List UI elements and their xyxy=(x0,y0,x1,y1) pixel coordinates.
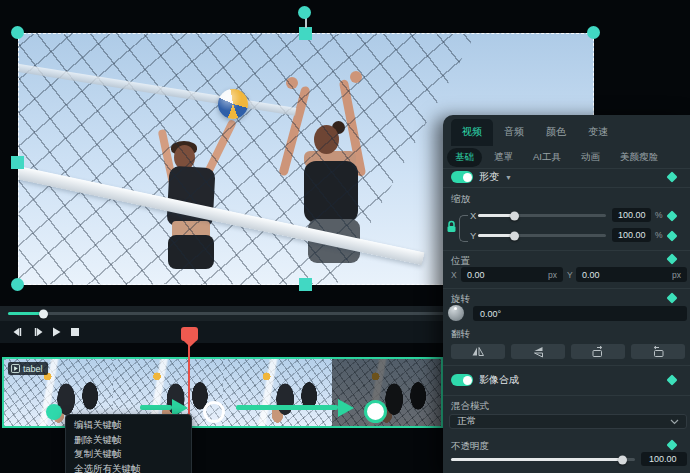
scale-x-slider-handle[interactable] xyxy=(510,211,519,220)
keyframe-motion-arrow xyxy=(140,405,172,410)
scale-link-bracket xyxy=(459,215,468,242)
subtab-mask[interactable]: 遮罩 xyxy=(486,148,521,167)
rotate-clockwise-icon xyxy=(651,346,665,358)
scale-x-keyframe-button[interactable] xyxy=(666,210,677,221)
blend-mode-value: 正常 xyxy=(457,415,476,428)
next-frame-button[interactable] xyxy=(30,324,48,340)
rotation-handle-stem xyxy=(305,18,307,28)
menu-item-edit-keyframe[interactable]: 编辑关键帧 xyxy=(66,418,191,433)
transform-toggle[interactable] xyxy=(451,171,473,183)
clip-label-badge: tabel xyxy=(8,362,48,375)
rotate-label: 旋转 xyxy=(451,293,470,306)
subtab-basic[interactable]: 基础 xyxy=(447,148,482,167)
opacity-slider[interactable] xyxy=(451,458,635,461)
flip-vertical-icon xyxy=(533,346,544,358)
opacity-label: 不透明度 xyxy=(451,440,489,453)
scale-x-slider-fill xyxy=(478,214,514,217)
panel-subtab-bar: 基础 遮罩 AI工具 动画 美颜瘦脸 xyxy=(447,148,666,167)
scale-y-value-field[interactable]: 100.00 xyxy=(612,228,651,242)
rotate-counterclockwise-button[interactable] xyxy=(571,344,625,359)
seek-handle[interactable] xyxy=(39,309,48,318)
previous-frame-icon xyxy=(11,327,22,337)
menu-item-delete-keyframe[interactable]: 删除关键帧 xyxy=(66,433,191,448)
flip-horizontal-button[interactable] xyxy=(451,344,505,359)
transform-keyframe-button[interactable] xyxy=(666,171,677,182)
clip-label: tabel xyxy=(23,364,43,374)
divider xyxy=(443,288,690,289)
keyframe-context-menu: 编辑关键帧 删除关键帧 复制关键帧 全选所有关键帧 xyxy=(65,414,192,473)
position-y-field[interactable]: 0.00px xyxy=(576,267,687,282)
seek-progress xyxy=(8,312,43,315)
rotate-counterclockwise-icon xyxy=(591,346,605,358)
rotate-keyframe-button[interactable] xyxy=(666,292,677,303)
subtab-animation[interactable]: 动画 xyxy=(573,148,608,167)
app-window: tabel 编辑关键帧 删除关键帧 复制关键帧 全选所有关键帧 视频 音频 颜色… xyxy=(0,0,690,473)
keyframe-motion-arrow-head xyxy=(338,399,354,417)
selection-handle-top-center[interactable] xyxy=(299,27,312,40)
opacity-slider-handle[interactable] xyxy=(618,455,627,464)
scale-y-slider[interactable] xyxy=(478,234,606,237)
opacity-value-field[interactable]: 100.00 xyxy=(641,452,687,466)
scale-y-unit: % xyxy=(655,230,663,240)
opacity-slider-fill xyxy=(451,458,622,461)
opacity-keyframe-button[interactable] xyxy=(666,439,677,450)
selection-handle-top-right[interactable] xyxy=(587,26,600,39)
chevron-down-icon[interactable]: ▼ xyxy=(505,174,512,181)
lock-icon[interactable] xyxy=(446,220,457,233)
properties-panel: 视频 音频 颜色 变速 基础 遮罩 AI工具 动画 美颜瘦脸 形变 ▼ 缩放 xyxy=(443,115,690,473)
tab-video[interactable]: 视频 xyxy=(451,119,493,146)
flip-label: 翻转 xyxy=(451,328,470,341)
tab-audio[interactable]: 音频 xyxy=(493,119,535,146)
transform-row: 形变 ▼ xyxy=(451,169,512,185)
position-y-label: Y xyxy=(567,270,573,280)
rotate-clockwise-button[interactable] xyxy=(631,344,685,359)
rotate-dial[interactable] xyxy=(448,305,464,321)
scale-y-keyframe-button[interactable] xyxy=(666,230,677,241)
playhead-handle[interactable] xyxy=(181,327,198,341)
menu-item-copy-keyframe[interactable]: 复制关键帧 xyxy=(66,447,191,462)
tab-speed[interactable]: 变速 xyxy=(577,119,619,146)
scale-x-label: X xyxy=(470,210,476,221)
selection-handle-top-left[interactable] xyxy=(11,26,24,39)
blend-mode-label: 混合模式 xyxy=(451,400,489,413)
keyframe-motion-arrow xyxy=(236,405,338,410)
keyframe-marker-hollow[interactable] xyxy=(203,401,225,423)
compositing-toggle[interactable] xyxy=(451,374,473,386)
rotate-value-field[interactable]: 0.00° xyxy=(473,306,687,321)
compositing-label: 影像合成 xyxy=(479,373,519,387)
menu-item-select-all-keyframes[interactable]: 全选所有关键帧 xyxy=(66,462,191,473)
blend-mode-dropdown[interactable]: 正常 xyxy=(449,414,687,429)
scale-y-label: Y xyxy=(470,230,476,241)
position-keyframe-button[interactable] xyxy=(666,253,677,264)
stop-icon xyxy=(71,328,79,336)
position-x-field[interactable]: 0.00px xyxy=(461,267,563,282)
scale-label: 缩放 xyxy=(451,193,470,206)
play-icon xyxy=(52,327,61,337)
stop-button[interactable] xyxy=(66,324,84,340)
scale-x-value-field[interactable]: 100.00 xyxy=(612,208,651,222)
flip-vertical-button[interactable] xyxy=(511,344,565,359)
keyframe-marker-selected[interactable] xyxy=(364,400,387,423)
previous-frame-button[interactable] xyxy=(7,324,25,340)
subtab-ai-tools[interactable]: AI工具 xyxy=(525,148,569,167)
play-button[interactable] xyxy=(47,324,65,340)
subtab-beauty[interactable]: 美颜瘦脸 xyxy=(612,148,666,167)
flip-horizontal-icon xyxy=(471,346,485,357)
selection-handle-left-middle[interactable] xyxy=(11,156,24,169)
scale-y-slider-fill xyxy=(478,234,514,237)
scale-x-slider[interactable] xyxy=(478,214,606,217)
scale-y-slider-handle[interactable] xyxy=(510,231,519,240)
keyframe-marker-filled[interactable] xyxy=(46,404,62,420)
tab-color[interactable]: 颜色 xyxy=(535,119,577,146)
selection-handle-bottom-center[interactable] xyxy=(299,278,312,291)
clip-thumbnail xyxy=(223,359,332,426)
divider xyxy=(443,187,690,188)
compositing-keyframe-button[interactable] xyxy=(666,374,677,385)
selection-handle-bottom-left[interactable] xyxy=(11,278,24,291)
next-frame-icon xyxy=(34,327,45,337)
rotation-handle[interactable] xyxy=(298,6,311,19)
divider xyxy=(443,395,690,396)
clip-play-icon xyxy=(11,364,20,373)
divider xyxy=(443,250,690,251)
position-x-label: X xyxy=(451,270,457,280)
